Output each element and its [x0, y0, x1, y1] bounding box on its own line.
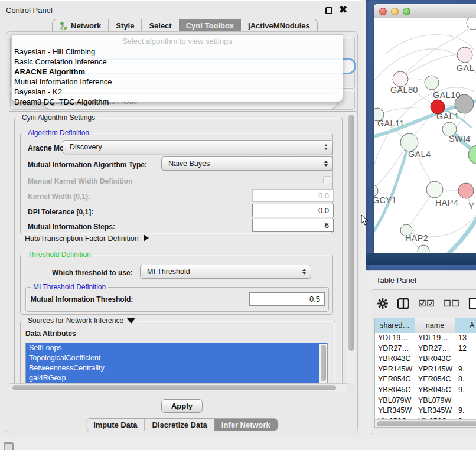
tab-discretize-data-label: Discretize Data: [152, 420, 207, 429]
tab-style[interactable]: Style: [108, 19, 141, 32]
cell-value: [455, 396, 476, 406]
node-attribute-table[interactable]: shared… name A YDL19…YDL19…13 YDR27…YDR2…: [374, 318, 476, 428]
settings-horizontal-scrollbar[interactable]: [10, 383, 348, 391]
mi-type-combobox[interactable]: Naive Bayes: [161, 156, 333, 171]
tab-discretize-data[interactable]: Discretize Data: [145, 419, 214, 431]
scrollbar-corner: [347, 383, 355, 391]
tab-cyni-toolbox[interactable]: Cyni Toolbox: [179, 19, 241, 32]
network-icon: [60, 22, 67, 30]
cell-shared: YBL079W: [375, 396, 415, 406]
table-horizontal-scrollbar[interactable]: [375, 419, 476, 427]
cell-value: 8.: [455, 374, 476, 385]
cyni-toolbox-panel: Inference Algorithm galFiltered.sif defa…: [6, 31, 358, 433]
settings-scrollpane: Cyni Algorithm Settings Algorithm Defini…: [9, 111, 356, 392]
settings-vertical-scrollbar[interactable]: [347, 112, 355, 384]
cell-shared: YER054C: [375, 374, 415, 385]
apply-button[interactable]: Apply: [161, 399, 203, 413]
cell-value: 13: [455, 333, 476, 344]
tab-jactivemnodules[interactable]: jActiveMNodules: [241, 19, 317, 32]
minimized-panel-icon[interactable]: [4, 442, 14, 450]
tab-impute-data-label: Impute Data: [93, 420, 137, 429]
mi-steps-field[interactable]: [252, 219, 334, 232]
which-threshold-combobox[interactable]: MI Threshold: [140, 265, 311, 279]
bottom-tabbar: Impute Data Discretize Data Infer Networ…: [86, 418, 278, 431]
table-row[interactable]: YER054CYER054C8.: [375, 374, 476, 385]
tab-infer-network[interactable]: Infer Network: [214, 419, 278, 431]
column-header-partial[interactable]: A: [455, 318, 476, 333]
column-header-name[interactable]: name: [415, 318, 455, 333]
aracne-mode-combobox[interactable]: Discovery: [63, 140, 333, 154]
tab-network-label: Network: [71, 21, 101, 30]
new-table-icon[interactable]: [468, 297, 476, 312]
panel-title: Control Panel: [6, 6, 53, 15]
list-scrollbar[interactable]: [319, 344, 327, 383]
cell-name: YBL079W: [415, 396, 455, 406]
tab-infer-network-label: Infer Network: [221, 420, 270, 429]
table-row[interactable]: YBL079WYBL079W: [375, 396, 476, 406]
tab-cyni-toolbox-label: Cyni Toolbox: [186, 21, 234, 30]
table-row[interactable]: YDR27…YDR27…12: [375, 344, 476, 354]
data-attributes-label: Data Attributes: [25, 330, 76, 338]
float-window-icon[interactable]: [325, 7, 332, 14]
column-header-shared[interactable]: shared…: [375, 318, 415, 333]
unchecked-boxes-icon[interactable]: [444, 299, 459, 309]
cell-name: YPR145W: [415, 364, 455, 375]
table-body: YDL19…YDL19…13 YDR27…YDR27…12 YBR043CYBR…: [375, 333, 476, 426]
cell-value: 9.: [455, 406, 476, 416]
close-icon[interactable]: ✖: [339, 4, 347, 16]
list-item[interactable]: BetweennessCentrality: [26, 363, 327, 373]
tab-impute-data[interactable]: Impute Data: [86, 419, 144, 431]
table-row[interactable]: YPR145WYPR145W9.: [375, 364, 476, 375]
tab-style-label: Style: [116, 21, 134, 30]
table-header-row: shared… name A: [375, 318, 476, 333]
threshold-definition-group: Threshold Definition Which threshold to …: [20, 255, 333, 315]
tab-select[interactable]: Select: [141, 19, 178, 32]
network-window-titlebar[interactable]: [374, 4, 476, 18]
network-view-window[interactable]: GAL GAL80 GAL10 GAL1 GAL11 SWI4 GAL4 GCY…: [374, 4, 476, 253]
data-attributes-list[interactable]: SelfLoops TopologicalCoefficient Between…: [25, 343, 328, 383]
table-panel-title: Table Panel: [376, 276, 416, 285]
dpi-tolerance-field[interactable]: [252, 204, 334, 217]
dropdown-item-selected[interactable]: ARACNE Algorithm: [14, 67, 85, 77]
dropdown-item[interactable]: Basic Correlation Inference: [14, 57, 107, 67]
algorithm-definition-group: Algorithm Definition Aracne Mode: Discov…: [20, 133, 333, 234]
sources-title: Sources for Network Inference: [25, 317, 138, 325]
gear-icon[interactable]: [377, 298, 388, 311]
dropdown-item[interactable]: Bayesian - Hill Climbing: [14, 47, 95, 57]
table-row[interactable]: YBR043CYBR043C: [375, 354, 476, 364]
node-label: HAP4: [435, 198, 458, 207]
manual-kernel-checkbox[interactable]: [323, 176, 331, 184]
combo-arrows-icon: [302, 269, 306, 275]
checked-boxes-icon[interactable]: [419, 299, 434, 309]
list-item[interactable]: TopologicalCoefficient: [26, 353, 327, 363]
kernel-width-field[interactable]: [252, 189, 334, 202]
manual-kernel-label: Manual Kernel Width Definition: [28, 177, 132, 185]
table-row[interactable]: YBR045CYBR045C9.: [375, 385, 476, 396]
hub-definition-section[interactable]: Hub/Transcription Factor Definition: [25, 234, 149, 243]
minimize-traffic-light-icon[interactable]: [391, 8, 399, 15]
node-label: GAL80: [390, 85, 418, 94]
hub-definition-label: Hub/Transcription Factor Definition: [25, 234, 139, 243]
close-traffic-light-icon[interactable]: [379, 8, 387, 15]
node-label: GAL10: [433, 90, 461, 100]
dropdown-item[interactable]: Mutual Information Inference: [14, 77, 112, 87]
collapse-down-icon[interactable]: [127, 318, 135, 324]
node-label: GAL11: [377, 119, 405, 128]
mi-threshold-field[interactable]: [249, 292, 325, 306]
dpi-tolerance-label: DPI Tolerance [0,1]:: [28, 208, 93, 216]
threshold-definition-title: Threshold Definition: [25, 250, 93, 259]
list-item[interactable]: SelfLoops: [26, 343, 327, 353]
node-label: GAL4: [408, 149, 431, 159]
list-item[interactable]: gal4RGexp: [26, 373, 327, 383]
dropdown-item[interactable]: Bayesian - K2: [14, 87, 62, 97]
expand-right-icon[interactable]: [144, 234, 149, 242]
zoom-traffic-light-icon[interactable]: [403, 8, 410, 15]
control-panel-header: Control Panel ✖: [0, 2, 361, 18]
network-canvas[interactable]: GAL GAL80 GAL10 GAL1 GAL11 SWI4 GAL4 GCY…: [374, 18, 476, 253]
table-row[interactable]: YLR345WYLR345W9.: [375, 406, 476, 416]
cell-name: YER054C: [415, 374, 455, 385]
columns-icon[interactable]: [397, 298, 409, 311]
dropdown-item[interactable]: Dream8 DC_TDC Algorithm: [14, 97, 109, 107]
tab-network[interactable]: Network: [53, 19, 108, 32]
table-row[interactable]: YDL19…YDL19…13: [375, 333, 476, 344]
